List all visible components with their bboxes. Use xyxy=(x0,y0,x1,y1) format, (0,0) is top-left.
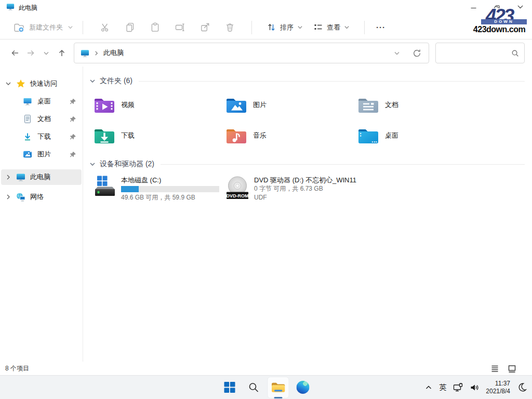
copy-button[interactable] xyxy=(117,19,142,36)
chevron-collapsed-icon[interactable] xyxy=(5,174,11,180)
pin-icon xyxy=(70,151,76,158)
download-icon xyxy=(23,132,32,141)
share-icon xyxy=(200,22,210,32)
clock[interactable]: 11:37 2021/8/4 xyxy=(486,380,510,395)
dvd-rom-label: DVD-ROM xyxy=(227,193,249,198)
share-button[interactable] xyxy=(192,19,217,36)
recent-locations-button[interactable] xyxy=(38,45,54,61)
sidebar-item-quick-access[interactable]: 快速访问 xyxy=(1,76,82,91)
sort-button[interactable]: 排序 xyxy=(267,22,303,32)
chevron-expanded-icon[interactable] xyxy=(89,78,96,84)
folder-tile-label: 视频 xyxy=(121,100,135,110)
drive-name: DVD 驱动器 (D:) 不忘初心_WIN11 xyxy=(254,176,356,184)
drive-capacity: 0 字节 可用，共 6.73 GB xyxy=(254,184,356,193)
rename-button[interactable] xyxy=(167,19,192,36)
sidebar-item-label: 网络 xyxy=(30,192,44,202)
file-explorer-window: 此电脑 423 DOWN 423down.com 新建文件夹 xyxy=(0,0,532,375)
sidebar-item-label: 此电脑 xyxy=(30,172,50,182)
file-explorer-icon xyxy=(271,381,286,393)
details-view-icon[interactable] xyxy=(490,364,499,373)
search-input[interactable] xyxy=(441,49,511,57)
local-disk-icon xyxy=(94,176,116,198)
folders-section-header[interactable]: 文件夹 (6) xyxy=(89,75,532,87)
drive-tile-dvd[interactable]: DVD-ROM DVD 驱动器 (D:) 不忘初心_WIN11 0 字节 可用，… xyxy=(225,176,356,202)
taskbar-file-explorer-button[interactable] xyxy=(268,377,289,398)
chevron-expanded-icon[interactable] xyxy=(89,161,96,167)
pin-icon xyxy=(70,98,76,105)
taskbar-search-button[interactable] xyxy=(243,377,265,398)
network-tray-icon[interactable] xyxy=(453,383,463,392)
items-view: 文件夹 (6) 视频 图片 文档 下载 xyxy=(83,66,532,362)
drives-section-header[interactable]: 设备和驱动器 (2) xyxy=(89,158,532,170)
chevron-down-icon xyxy=(344,24,350,30)
sidebar-item-label: 图片 xyxy=(37,150,51,159)
ime-indicator[interactable]: 英 xyxy=(439,383,446,392)
sidebar-item-pictures[interactable]: 图片 xyxy=(1,147,82,162)
sidebar-item-label: 文档 xyxy=(37,114,51,124)
tray-expand-icon[interactable] xyxy=(425,384,432,391)
toolbar-divider xyxy=(364,21,365,34)
volume-icon[interactable] xyxy=(470,383,479,392)
refresh-icon[interactable] xyxy=(413,49,421,58)
tray-time: 11:37 xyxy=(486,380,510,388)
delete-button[interactable] xyxy=(217,19,242,36)
folder-tile-videos[interactable]: 视频 xyxy=(94,92,225,117)
documents-folder-icon xyxy=(357,96,379,114)
folder-tile-music[interactable]: 音乐 xyxy=(225,123,357,148)
drives-row: 本地磁盘 (C:) 49.6 GB 可用，共 59.9 GB DVD-ROM D… xyxy=(89,171,532,202)
chevron-down-icon xyxy=(297,24,303,30)
drive-tile-c[interactable]: 本地磁盘 (C:) 49.6 GB 可用，共 59.9 GB xyxy=(94,176,225,202)
folder-tile-downloads[interactable]: 下载 xyxy=(94,123,225,148)
forward-button[interactable] xyxy=(23,45,38,61)
drive-filesystem: UDF xyxy=(254,193,356,202)
up-icon xyxy=(57,48,66,58)
edge-icon xyxy=(296,381,309,394)
sort-label: 排序 xyxy=(280,23,294,32)
sidebar-item-this-pc[interactable]: 此电脑 xyxy=(1,169,82,185)
address-bar[interactable]: 此电脑 xyxy=(74,43,429,63)
folder-tile-desktop[interactable]: 桌面 xyxy=(357,123,489,148)
start-button[interactable] xyxy=(219,377,241,398)
folder-tile-documents[interactable]: 文档 xyxy=(357,92,489,117)
folder-tile-label: 桌面 xyxy=(385,131,398,140)
sidebar-item-desktop[interactable]: 桌面 xyxy=(1,94,82,109)
paste-button[interactable] xyxy=(142,19,167,36)
chevron-right-icon xyxy=(94,50,99,56)
sidebar-item-downloads[interactable]: 下载 xyxy=(1,129,82,144)
taskbar: 英 11:37 2021/8/4 xyxy=(0,375,532,399)
folder-tile-pictures[interactable]: 图片 xyxy=(225,92,357,117)
items-count: 8 个项目 xyxy=(5,364,29,373)
pictures-icon xyxy=(23,150,32,159)
logo-text-band: DOWN xyxy=(481,19,527,24)
back-button[interactable] xyxy=(7,45,23,61)
command-toolbar: 新建文件夹 排序 查看 xyxy=(0,16,532,39)
status-bar: 8 个项目 xyxy=(0,362,532,375)
sidebar-item-documents[interactable]: 文档 xyxy=(1,111,82,127)
large-icons-view-icon[interactable] xyxy=(508,364,516,373)
new-folder-button[interactable]: 新建文件夹 xyxy=(14,22,73,33)
address-dropdown-icon[interactable] xyxy=(394,50,400,56)
music-folder-icon xyxy=(225,126,247,145)
cut-button[interactable] xyxy=(92,19,117,36)
windows-start-icon xyxy=(223,381,235,393)
sidebar-item-label: 下载 xyxy=(37,132,51,141)
system-tray: 英 11:37 2021/8/4 xyxy=(425,376,527,399)
new-folder-icon xyxy=(14,22,24,33)
taskbar-edge-button[interactable] xyxy=(292,377,314,398)
chevron-expanded-icon[interactable] xyxy=(5,81,11,87)
up-button[interactable] xyxy=(54,45,70,61)
chevron-collapsed-icon[interactable] xyxy=(5,194,11,200)
delete-icon xyxy=(225,22,235,32)
desktop-folder-icon xyxy=(357,126,379,145)
see-more-button[interactable]: ··· xyxy=(376,23,385,32)
chevron-down-icon xyxy=(68,24,73,30)
sidebar-item-network[interactable]: 网络 xyxy=(1,189,82,205)
breadcrumb-root[interactable]: 此电脑 xyxy=(103,48,124,58)
view-button[interactable]: 查看 xyxy=(313,22,350,32)
focus-assist-moon-icon[interactable] xyxy=(517,382,527,392)
drive-capacity: 49.6 GB 可用，共 59.9 GB xyxy=(121,193,219,202)
section-rule xyxy=(161,164,525,165)
sidebar-item-label: 桌面 xyxy=(37,97,51,106)
search-box[interactable] xyxy=(435,43,525,63)
taskbar-center xyxy=(219,376,314,399)
